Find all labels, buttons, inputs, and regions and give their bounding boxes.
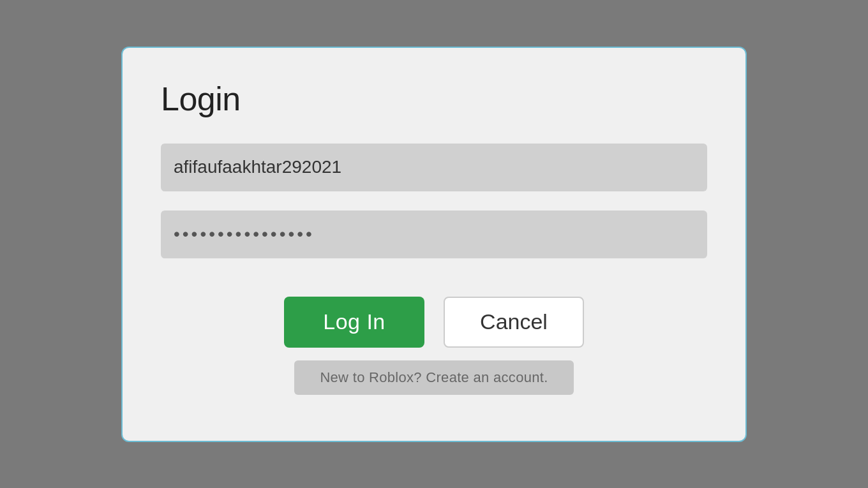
buttons-row: Log In Cancel: [284, 297, 584, 348]
password-input[interactable]: [161, 211, 707, 258]
cancel-button[interactable]: Cancel: [444, 297, 584, 348]
login-dialog: Login Log In Cancel New to Roblox? Creat…: [121, 47, 747, 442]
username-input[interactable]: [161, 144, 707, 191]
create-account-button[interactable]: New to Roblox? Create an account.: [294, 360, 573, 395]
dialog-title: Login: [161, 80, 707, 118]
buttons-area: Log In Cancel New to Roblox? Create an a…: [161, 297, 707, 395]
login-button[interactable]: Log In: [284, 297, 424, 348]
